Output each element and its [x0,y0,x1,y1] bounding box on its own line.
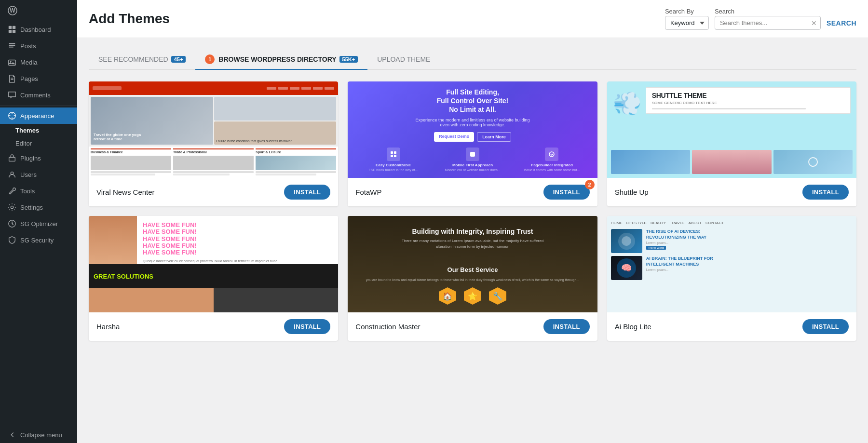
theme-footer-harsha: Harsha INSTALL [89,312,338,341]
fotawp-buttons: Request Demo Learn More [434,132,511,142]
sidebar-item-media-label: Media [20,59,37,66]
theme-card-harsha: HAVE SOME FUN!HAVE SOME FUN!HAVE SOME FU… [89,216,338,341]
fotawp-demo-btn: Request Demo [434,132,474,142]
search-by-label: Search By [665,8,694,15]
tab-recommended-wrap: SEE RECOMMENDED 45+ [89,51,195,68]
theme-footer-viral-news: Viral News Center INSTALL [89,178,338,206]
tab-directory-label: BROWSE WORDPRESS DIRECTORY [218,55,336,63]
sidebar-item-users-label: Users [20,171,37,178]
svg-point-12 [11,172,13,175]
tabs-bar: SEE RECOMMENDED 45+ 1 BROWSE WORDPRESS D… [89,50,856,70]
page-header: Add Themes Search By Keyword Author Tag … [77,0,868,38]
theme-preview-viral-news: Travel the globe one yogaretreat at a ti… [89,81,338,178]
sidebar-sub-editor[interactable]: Editor [0,137,77,150]
search-input-wrap: ✕ [715,16,821,30]
theme-preview-fotawp: Full Site Editing,Full Control Over Site… [348,81,597,178]
install-button-viral-news[interactable]: INSTALL [284,185,330,200]
fotawp-headline: Full Site Editing,Full Control Over Site… [437,88,509,114]
theme-name-construction-master: Construction Master [355,322,420,331]
sidebar-item-sg-security-label: SG Security [20,237,54,244]
sidebar-item-dashboard[interactable]: Dashboard [0,21,77,38]
theme-card-shuttle-up: 💨 SHUTTLE THEME SOME GENERIC DEMO TEXT H… [607,81,856,206]
svg-rect-5 [13,30,15,33]
svg-rect-6 [9,60,15,66]
theme-footer-shuttle-up: Shuttle Up INSTALL [607,178,856,206]
tab-recommended-label: SEE RECOMMENDED [98,55,168,63]
fotawp-more-btn: Learn More [477,132,511,142]
install-button-harsha[interactable]: INSTALL [284,319,330,334]
theme-preview-construction-master: Building with Integrity, Inspiring Trust… [348,216,597,312]
install-notification-badge: 2 [585,180,595,189]
install-button-fotawp[interactable]: INSTALL [543,185,590,200]
sidebar-item-plugins-label: Plugins [20,155,41,162]
search-clear-icon[interactable]: ✕ [811,19,817,27]
svg-rect-15 [391,151,393,154]
search-input[interactable] [715,16,821,30]
theme-name-fotawp: FotaWP [355,188,381,196]
tab-recommended-badge: 45+ [171,56,186,63]
sidebar-item-collapse[interactable]: Collapse menu [0,427,77,443]
tab-upload-wrap: UPLOAD THEME [367,51,440,68]
sidebar-item-comments-label: Comments [20,92,51,99]
themes-grid: Travel the globe one yogaretreat at a ti… [89,81,856,341]
theme-card-fotawp: Full Site Editing,Full Control Over Site… [348,81,597,206]
install-button-construction-master[interactable]: INSTALL [543,319,590,334]
install-button-shuttle-up[interactable]: INSTALL [802,185,849,200]
svg-text:W: W [10,7,15,14]
theme-preview-shuttle-up: 💨 SHUTTLE THEME SOME GENERIC DEMO TEXT H… [607,81,856,178]
theme-footer-fotawp: FotaWP INSTALL 2 [348,178,597,206]
tab-directory-notification: 1 [205,54,215,64]
tab-directory-badge: 55K+ [339,56,358,63]
svg-point-20 [549,152,554,157]
theme-card-construction-master: Building with Integrity, Inspiring Trust… [348,216,597,341]
tab-directory-wrap: 1 BROWSE WORDPRESS DIRECTORY 55K+ [195,50,367,69]
main-content: Add Themes Search By Keyword Author Tag … [77,0,868,443]
sidebar-item-collapse-label: Collapse menu [20,431,62,439]
svg-rect-3 [13,26,15,29]
sidebar-item-sg-security[interactable]: SG Security [0,232,77,248]
theme-card-viral-news: Travel the globe one yogaretreat at a ti… [89,81,338,206]
sidebar-item-comments[interactable]: Comments [0,87,77,103]
sidebar-item-posts-label: Posts [20,42,36,50]
sidebar-item-sg-optimizer[interactable]: SG Optimizer [0,215,77,232]
wp-logo[interactable]: W [0,0,77,21]
search-by-select[interactable]: Keyword Author Tag [665,16,709,30]
theme-preview-harsha: HAVE SOME FUN!HAVE SOME FUN!HAVE SOME FU… [89,216,338,312]
sidebar-item-tools-label: Tools [20,188,35,195]
tab-directory[interactable]: 1 BROWSE WORDPRESS DIRECTORY 55K+ [195,50,367,69]
svg-rect-18 [394,155,396,157]
sidebar-item-settings[interactable]: Settings [0,199,77,215]
sidebar-item-users[interactable]: Users [0,166,77,183]
sidebar-item-appearance[interactable]: Appearance [0,107,77,124]
install-button-ai-blog-lite[interactable]: INSTALL [802,319,849,334]
svg-rect-4 [9,30,12,33]
fotawp-description: Experience the modern and limitless era … [415,118,529,127]
svg-rect-11 [9,157,15,161]
theme-footer-ai-blog-lite: Ai Blog Lite INSTALL [607,312,856,341]
theme-name-viral-news: Viral News Center [96,188,155,196]
theme-name-ai-blog-lite: Ai Blog Lite [615,322,651,331]
sidebar-item-plugins[interactable]: Plugins [0,150,77,166]
theme-name-shuttle-up: Shuttle Up [615,188,649,196]
search-label: Search [715,8,734,15]
svg-point-13 [11,206,13,208]
sidebar-item-tools[interactable]: Tools [0,183,77,199]
tab-upload[interactable]: UPLOAD THEME [367,51,440,68]
search-button[interactable]: SEARCH [827,19,856,27]
tab-recommended[interactable]: SEE RECOMMENDED 45+ [89,51,195,68]
sidebar-item-settings-label: Settings [20,204,43,211]
sidebar: W Dashboard Posts Media Pages Comments A… [0,0,77,443]
sidebar-item-appearance-label: Appearance [20,112,54,120]
sidebar-item-posts[interactable]: Posts [0,38,77,54]
sidebar-item-media[interactable]: Media [0,54,77,70]
theme-name-harsha: Harsha [96,322,120,331]
svg-rect-17 [391,155,393,157]
page-title: Add Themes [89,11,170,27]
tab-upload-label: UPLOAD THEME [377,55,430,63]
theme-card-ai-blog-lite: HOME LIFESTYLE BEAUTY TRAVEL ABOUT CONTA… [607,216,856,341]
theme-footer-construction-master: Construction Master INSTALL [348,312,597,341]
sidebar-item-pages[interactable]: Pages [0,70,77,87]
main-content-area: SEE RECOMMENDED 45+ 1 BROWSE WORDPRESS D… [77,38,868,443]
theme-preview-ai-blog-lite: HOME LIFESTYLE BEAUTY TRAVEL ABOUT CONTA… [607,216,856,312]
sidebar-sub-themes[interactable]: Themes [0,124,77,137]
